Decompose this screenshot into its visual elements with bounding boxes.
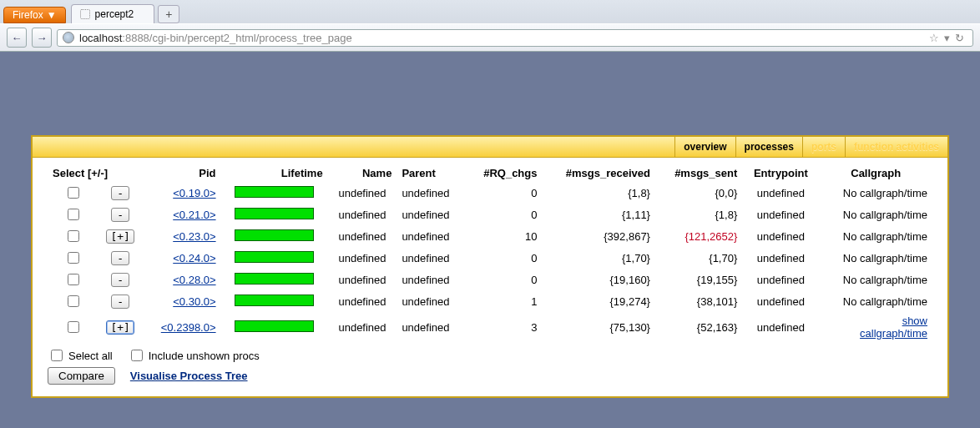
cell-entry: undefined [742,204,819,225]
cell-sent: {52,163} [655,312,742,342]
cell-recv: {1,11} [542,204,654,225]
cell-callgraph: No callgraph/time [819,269,932,290]
cell-parent: undefined [397,269,466,290]
pid-link[interactable]: <0.28.0> [173,274,215,286]
url-host: localhost [79,32,122,44]
col-sent: #msgs_sent [655,164,742,182]
cell-recv: {19,160} [542,269,654,290]
url-bar[interactable]: localhost:8888/cgi-bin/percept2_html/pro… [57,29,973,47]
callgraph-link[interactable]: show callgraph/time [860,315,927,340]
cell-recv: {1,8} [542,182,654,204]
expand-toggle[interactable]: [+] [106,229,134,244]
expand-toggle[interactable]: - [111,251,129,265]
lifetime-bar [235,186,314,198]
cell-recv: {19,274} [542,290,654,312]
tab-favicon [80,9,90,19]
col-name: Name [328,164,397,182]
table-row: -<0.28.0>undefinedundefined0{19,160}{19,… [48,269,932,290]
cell-entry: undefined [742,312,819,342]
firefox-menu-button[interactable]: Firefox▼ [3,7,66,23]
cell-parent: undefined [397,204,466,225]
cell-callgraph: No callgraph/time [819,290,932,312]
expand-toggle[interactable]: - [111,208,129,222]
pid-link[interactable]: <0.30.0> [173,295,215,308]
cell-sent: {19,155} [655,269,742,290]
cell-rq: 3 [466,312,542,342]
url-dropdown-icon[interactable]: ▾ [944,32,950,44]
cell-entry: undefined [742,290,819,312]
pid-link[interactable]: <0.21.0> [173,209,215,221]
tab-title: percept2 [95,8,134,20]
pid-link[interactable]: <0.19.0> [173,187,215,199]
table-row: -<0.30.0>undefinedundefined1{19,274}{38,… [48,290,932,312]
cell-name: undefined [328,225,397,247]
nav-processes[interactable]: processes [735,137,802,157]
bookmark-star-icon[interactable]: ☆ [929,32,939,44]
expand-toggle[interactable]: [+] [106,320,134,335]
expand-toggle[interactable]: - [111,295,129,309]
cell-parent: undefined [397,247,466,269]
lifetime-bar [235,229,314,241]
visualise-process-tree-link[interactable]: Visualise Process Tree [130,370,248,382]
cell-callgraph: No callgraph/time [819,204,932,225]
row-select-checkbox[interactable] [68,274,79,285]
expand-toggle[interactable]: - [111,186,129,200]
pid-link[interactable]: <0.23.0> [173,230,215,243]
table-row: [+]<0.2398.0>undefinedundefined3{75,130}… [48,312,932,342]
table-row: [+]<0.23.0>undefinedundefined10{392,867}… [48,225,932,247]
col-parent: Parent [397,164,466,182]
cell-recv: {1,70} [542,247,654,269]
browser-tab[interactable]: percept2 [71,4,155,23]
lifetime-bar [235,208,314,219]
forward-button[interactable]: → [32,28,52,48]
cell-entry: undefined [742,182,819,204]
cell-callgraph: No callgraph/time [819,247,932,269]
back-button[interactable]: ← [7,28,27,48]
row-select-checkbox[interactable] [68,295,79,307]
lifetime-bar [235,320,314,332]
row-select-checkbox[interactable] [68,187,79,199]
process-tree-panel: overview processes ports function activi… [31,135,949,398]
select-all-checkbox[interactable]: Select all [48,347,113,364]
row-select-checkbox[interactable] [68,252,79,264]
cell-rq: 0 [466,269,542,290]
new-tab-button[interactable]: + [158,5,179,23]
browser-chrome: Firefox▼ percept2 + ← → localhost:8888/c… [0,0,980,52]
cell-rq: 10 [466,225,542,247]
include-unshown-checkbox[interactable]: Include unshown procs [128,347,260,364]
reload-icon[interactable]: ↻ [955,32,964,44]
col-lifetime: Lifetime [221,164,328,182]
cell-name: undefined [328,290,397,312]
pid-link[interactable]: <0.2398.0> [161,321,216,334]
cell-callgraph: No callgraph/time [819,182,932,204]
cell-sent: {38,101} [655,290,742,312]
cell-recv: {392,867} [542,225,654,247]
cell-entry: undefined [742,247,819,269]
cell-parent: undefined [397,312,466,342]
cell-sent: {121,2652} [655,225,742,247]
cell-callgraph[interactable]: show callgraph/time [819,312,932,342]
table-row: -<0.19.0>undefinedundefined0{1,8}{0,0}un… [48,182,932,204]
expand-toggle[interactable]: - [111,273,129,287]
cell-recv: {75,130} [542,312,654,342]
lifetime-bar [235,273,314,284]
row-select-checkbox[interactable] [68,321,79,333]
pid-link[interactable]: <0.24.0> [173,252,215,264]
table-row: -<0.21.0>undefinedundefined0{1,11}{1,8}u… [48,204,932,225]
nav-overview[interactable]: overview [674,137,735,157]
compare-button[interactable]: Compare [48,367,115,385]
top-nav: overview processes ports function activi… [33,137,947,158]
globe-icon [63,32,74,43]
row-select-checkbox[interactable] [68,209,79,220]
nav-function-activities[interactable]: function activities [845,137,947,157]
process-table: Select [+/-] Pid Lifetime Name Parent #R… [48,164,932,342]
col-select: Select [+/-] [48,164,143,182]
col-recv: #msgs_received [542,164,654,182]
cell-parent: undefined [397,225,466,247]
cell-sent: {0,0} [655,182,742,204]
cell-name: undefined [328,182,397,204]
cell-rq: 0 [466,247,542,269]
table-row: -<0.24.0>undefinedundefined0{1,70}{1,70}… [48,247,932,269]
nav-ports[interactable]: ports [802,137,845,157]
row-select-checkbox[interactable] [68,230,79,242]
